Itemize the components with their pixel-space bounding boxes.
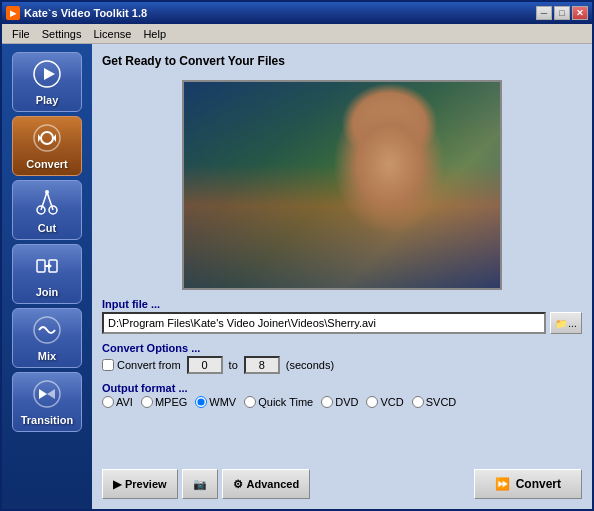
- convert-from-text: Convert from: [117, 359, 181, 371]
- svg-marker-4: [38, 134, 41, 142]
- advanced-label: Advanced: [247, 478, 300, 490]
- svg-point-2: [34, 125, 60, 151]
- input-file-label: Input file ...: [102, 298, 582, 310]
- sidebar-cut-label: Cut: [38, 222, 56, 234]
- sidebar-convert-label: Convert: [26, 158, 68, 170]
- convert-button[interactable]: ⏩ Convert: [474, 469, 582, 499]
- convert-to-text: to: [229, 359, 238, 371]
- convert-from-checkbox[interactable]: Convert from: [102, 359, 181, 371]
- menu-file[interactable]: File: [6, 26, 36, 42]
- input-file-section: Input file ... 📁 ...: [102, 298, 582, 334]
- play-icon: [31, 58, 63, 90]
- svg-marker-16: [47, 389, 55, 399]
- svg-point-9: [45, 190, 49, 194]
- format-qt-label: Quick Time: [258, 396, 313, 408]
- advanced-icon: ⚙: [233, 478, 243, 491]
- window-title: Kate`s Video Toolkit 1.8: [24, 7, 147, 19]
- snapshot-button[interactable]: 📷: [182, 469, 218, 499]
- svg-marker-17: [39, 389, 47, 399]
- format-avi-label: AVI: [116, 396, 133, 408]
- transition-icon: [31, 378, 63, 410]
- menu-license[interactable]: License: [87, 26, 137, 42]
- format-mpeg[interactable]: MPEG: [141, 396, 187, 408]
- camera-icon: 📷: [193, 478, 207, 491]
- main-content: Play Convert: [2, 44, 592, 509]
- left-buttons: ▶ Preview 📷 ⚙ Advanced: [102, 469, 310, 499]
- convert-from-check[interactable]: [102, 359, 114, 371]
- preview-button[interactable]: ▶ Preview: [102, 469, 178, 499]
- format-wmv[interactable]: WMV: [195, 396, 236, 408]
- format-dvd-radio[interactable]: [321, 396, 333, 408]
- join-icon: [31, 250, 63, 282]
- convert-options-label: Convert Options ...: [102, 342, 582, 354]
- format-qt-radio[interactable]: [244, 396, 256, 408]
- title-controls: ─ □ ✕: [536, 6, 588, 20]
- convert-to-value[interactable]: [244, 356, 280, 374]
- preview-icon: ▶: [113, 478, 121, 491]
- convert-btn-label: Convert: [516, 477, 561, 491]
- title-bar: ▶ Kate`s Video Toolkit 1.8 ─ □ ✕: [2, 2, 592, 24]
- sidebar-item-cut[interactable]: Cut: [12, 180, 82, 240]
- cut-icon: [31, 186, 63, 218]
- sidebar-item-transition[interactable]: Transition: [12, 372, 82, 432]
- preview-label: Preview: [125, 478, 167, 490]
- sidebar-item-join[interactable]: Join: [12, 244, 82, 304]
- convert-btn-icon: ⏩: [495, 477, 510, 491]
- file-input[interactable]: [102, 312, 546, 334]
- format-vcd[interactable]: VCD: [366, 396, 403, 408]
- sidebar-item-play[interactable]: Play: [12, 52, 82, 112]
- convert-to-unit: (seconds): [286, 359, 334, 371]
- title-bar-text: ▶ Kate`s Video Toolkit 1.8: [6, 6, 147, 20]
- sidebar-item-convert[interactable]: Convert: [12, 116, 82, 176]
- browse-button[interactable]: 📁 ...: [550, 312, 582, 334]
- sidebar-play-label: Play: [36, 94, 59, 106]
- input-row: 📁 ...: [102, 312, 582, 334]
- minimize-button[interactable]: ─: [536, 6, 552, 20]
- format-wmv-label: WMV: [209, 396, 236, 408]
- video-preview: [182, 80, 502, 290]
- svg-marker-1: [44, 68, 55, 80]
- format-vcd-radio[interactable]: [366, 396, 378, 408]
- video-overlay: [184, 82, 500, 288]
- sidebar: Play Convert: [2, 44, 92, 509]
- app-icon: ▶: [6, 6, 20, 20]
- browse-label: ...: [568, 318, 576, 329]
- mix-icon: [31, 314, 63, 346]
- folder-icon: 📁: [555, 318, 567, 329]
- sidebar-join-label: Join: [36, 286, 59, 298]
- format-wmv-radio[interactable]: [195, 396, 207, 408]
- format-dvd[interactable]: DVD: [321, 396, 358, 408]
- convert-icon: [31, 122, 63, 154]
- output-format-label: Output format ...: [102, 382, 582, 394]
- svg-rect-10: [37, 260, 45, 272]
- format-svcd[interactable]: SVCD: [412, 396, 457, 408]
- format-mpeg-label: MPEG: [155, 396, 187, 408]
- format-mpeg-radio[interactable]: [141, 396, 153, 408]
- main-window: ▶ Kate`s Video Toolkit 1.8 ─ □ ✕ File Se…: [0, 0, 594, 511]
- convert-options-row: Convert from to (seconds): [102, 356, 582, 374]
- convert-from-value[interactable]: [187, 356, 223, 374]
- svg-marker-13: [48, 263, 52, 269]
- format-dvd-label: DVD: [335, 396, 358, 408]
- sidebar-transition-label: Transition: [21, 414, 74, 426]
- sidebar-mix-label: Mix: [38, 350, 56, 362]
- output-format-section: Output format ... AVI MPEG WMV: [102, 382, 582, 408]
- format-qt[interactable]: Quick Time: [244, 396, 313, 408]
- sidebar-item-mix[interactable]: Mix: [12, 308, 82, 368]
- convert-options-section: Convert Options ... Convert from to (sec…: [102, 342, 582, 374]
- menu-settings[interactable]: Settings: [36, 26, 88, 42]
- format-row: AVI MPEG WMV Quick Time: [102, 396, 582, 408]
- format-vcd-label: VCD: [380, 396, 403, 408]
- maximize-button[interactable]: □: [554, 6, 570, 20]
- format-svcd-label: SVCD: [426, 396, 457, 408]
- advanced-button[interactable]: ⚙ Advanced: [222, 469, 311, 499]
- panel-title: Get Ready to Convert Your Files: [102, 54, 582, 68]
- format-avi[interactable]: AVI: [102, 396, 133, 408]
- format-svcd-radio[interactable]: [412, 396, 424, 408]
- right-panel: Get Ready to Convert Your Files Input fi…: [92, 44, 592, 509]
- close-button[interactable]: ✕: [572, 6, 588, 20]
- menu-bar: File Settings License Help: [2, 24, 592, 44]
- format-avi-radio[interactable]: [102, 396, 114, 408]
- menu-help[interactable]: Help: [137, 26, 172, 42]
- bottom-row: ▶ Preview 📷 ⚙ Advanced ⏩ Convert: [102, 469, 582, 499]
